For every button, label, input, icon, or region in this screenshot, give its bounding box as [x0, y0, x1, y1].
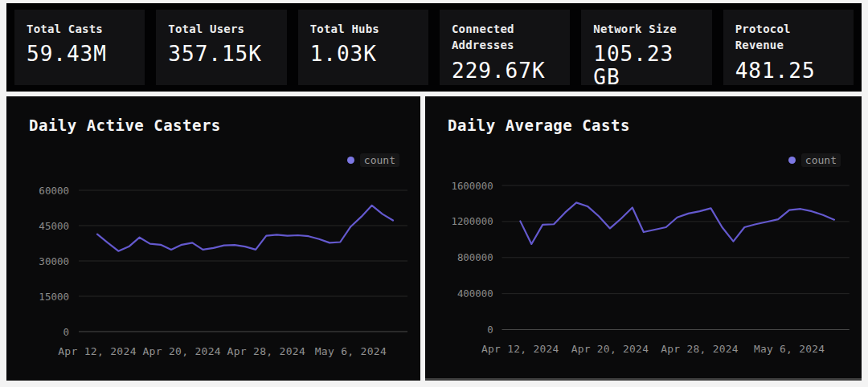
stat-value: 357.15K: [168, 43, 274, 66]
stat-label: Protocol Revenue: [735, 21, 841, 54]
chart-panel-daily-average-casts: Daily Average Casts count 04000008000001…: [425, 96, 862, 381]
stat-value: 1.03K: [310, 43, 416, 66]
daily-average-casts-line-chart[interactable]: 040000080000012000001600000Apr 12, 2024A…: [425, 96, 862, 378]
svg-text:45000: 45000: [39, 220, 69, 232]
charts-row: Daily Active Casters count 0150003000045…: [6, 96, 862, 381]
svg-text:400000: 400000: [457, 287, 493, 299]
stat-value: 229.67K: [452, 59, 558, 83]
stat-card-total-casts: Total Casts 59.43M: [14, 10, 145, 85]
svg-text:0: 0: [63, 326, 69, 338]
svg-text:1200000: 1200000: [451, 215, 493, 227]
stat-value: 481.25 ETH: [735, 59, 841, 85]
svg-text:Apr 20, 2024: Apr 20, 2024: [571, 343, 649, 355]
svg-text:30000: 30000: [39, 255, 69, 267]
svg-text:60000: 60000: [39, 185, 69, 197]
svg-text:Apr 28, 2024: Apr 28, 2024: [661, 343, 739, 355]
farcaster-dashboard: Total Casts 59.43M Total Users 357.15K T…: [0, 0, 868, 387]
stat-label: Connected Addresses: [452, 21, 558, 54]
svg-text:0: 0: [487, 324, 493, 336]
svg-text:Apr 12, 2024: Apr 12, 2024: [481, 343, 559, 355]
chart-panel-daily-active-casters: Daily Active Casters count 0150003000045…: [6, 96, 420, 381]
stat-value: 105.23 GB: [593, 43, 699, 85]
svg-text:800000: 800000: [457, 251, 493, 263]
svg-text:1600000: 1600000: [451, 180, 493, 192]
stat-label: Total Users: [168, 21, 274, 37]
stats-row: Total Casts 59.43M Total Users 357.15K T…: [6, 3, 862, 92]
svg-text:May 6, 2024: May 6, 2024: [754, 343, 825, 355]
stat-label: Network Size: [593, 21, 699, 37]
stat-card-network-size: Network Size 105.23 GB: [581, 10, 711, 85]
stat-card-total-hubs: Total Hubs 1.03K: [298, 10, 428, 85]
stat-card-protocol-revenue: Protocol Revenue 481.25 ETH: [723, 10, 854, 85]
svg-text:Apr 28, 2024: Apr 28, 2024: [227, 345, 306, 357]
svg-text:15000: 15000: [39, 291, 69, 303]
svg-text:Apr 20, 2024: Apr 20, 2024: [142, 345, 221, 357]
daily-active-casters-line-chart[interactable]: 015000300004500060000Apr 12, 2024Apr 20,…: [6, 96, 420, 381]
svg-text:Apr 12, 2024: Apr 12, 2024: [58, 345, 137, 357]
stat-card-connected-addresses: Connected Addresses 229.67K: [440, 10, 570, 85]
stat-label: Total Casts: [27, 21, 133, 37]
stat-value: 59.43M: [27, 43, 133, 66]
stat-card-total-users: Total Users 357.15K: [156, 10, 286, 85]
svg-text:May 6, 2024: May 6, 2024: [315, 345, 387, 357]
stat-label: Total Hubs: [310, 21, 416, 37]
